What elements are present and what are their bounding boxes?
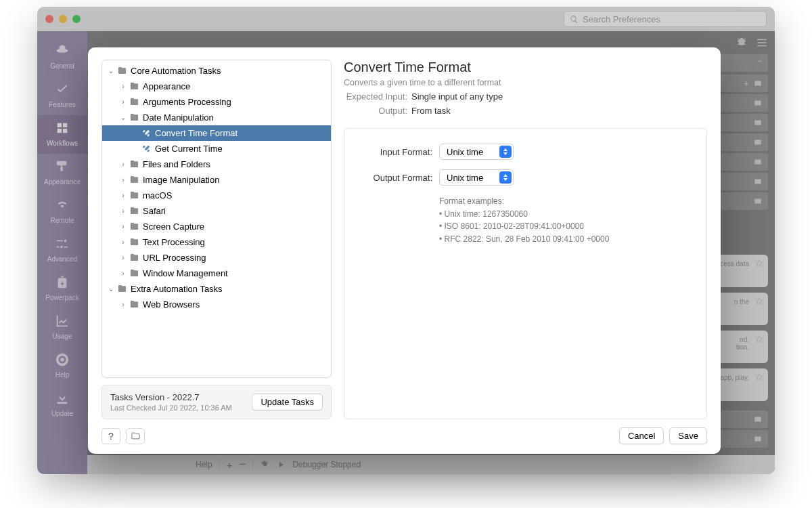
output-format-select[interactable]: Unix time <box>439 169 514 186</box>
tree-folder[interactable]: ›Screen Capture <box>102 219 331 234</box>
disclosure-icon[interactable]: › <box>118 176 128 184</box>
search-icon <box>570 15 579 24</box>
bug-icon[interactable] <box>736 37 748 49</box>
tree-label: Text Processing <box>143 237 205 247</box>
disclosure-icon[interactable]: › <box>118 161 128 168</box>
tree-folder[interactable]: ›Text Processing <box>102 234 331 250</box>
tree-folder[interactable]: ›Web Browsers <box>102 297 331 312</box>
svg-rect-1 <box>754 101 761 106</box>
tree-folder[interactable]: ⌄Core Automation Tasks <box>102 63 331 79</box>
menu-icon[interactable] <box>756 37 768 49</box>
sidebar-item-advanced[interactable]: Advanced <box>37 231 87 270</box>
disclosure-icon[interactable]: › <box>118 301 128 308</box>
sidebar-item-powerpack[interactable]: Powerpack <box>37 270 87 308</box>
cancel-button[interactable]: Cancel <box>619 427 664 444</box>
star-icon <box>754 373 764 383</box>
folder-icon <box>128 221 140 232</box>
tree-folder[interactable]: ›URL Processing <box>102 250 331 266</box>
tree-label: URL Processing <box>143 253 206 263</box>
sidebar-item-label: Usage <box>53 333 72 340</box>
sidebar-item-label: Workflows <box>47 140 78 147</box>
tree-folder[interactable]: ›Arguments Processing <box>102 94 331 110</box>
sidebar-item-help[interactable]: Help <box>37 347 87 385</box>
folder-icon <box>128 112 140 123</box>
sidebar-item-usage[interactable]: Usage <box>37 308 87 347</box>
tree-folder[interactable]: ⌄Date Manipulation <box>102 110 331 125</box>
battery-icon <box>37 275 87 291</box>
sidebar-item-label: Remote <box>50 217 74 224</box>
tree-label: Date Manipulation <box>143 112 214 123</box>
example-line: • ISO 8601: 2010-02-28T09:41:00+0000 <box>439 220 693 233</box>
detail-panel: Convert Time Format Converts a given tim… <box>344 60 707 419</box>
sidebar-item-features[interactable]: Features <box>37 77 87 115</box>
disclosure-icon[interactable]: › <box>118 192 128 199</box>
tree-folder[interactable]: ›Files and Folders <box>102 156 331 172</box>
folder-icon <box>128 81 140 91</box>
tree-folder[interactable]: ›macOS <box>102 188 331 203</box>
search-input[interactable]: Search Preferences <box>564 11 767 27</box>
check-icon <box>37 82 87 98</box>
titlebar: Search Preferences <box>37 7 775 31</box>
tree-folder[interactable]: ⌄Extra Automation Tasks <box>102 281 331 297</box>
save-button[interactable]: Save <box>669 427 707 444</box>
footer-help[interactable]: Help <box>196 460 212 469</box>
reveal-folder-button[interactable] <box>126 428 145 444</box>
disclosure-icon[interactable]: ⌄ <box>106 67 116 75</box>
tree-label: Web Browsers <box>143 299 200 310</box>
examples-title: Format examples: <box>439 195 693 208</box>
tree-folder[interactable]: ›Window Management <box>102 266 331 281</box>
sidebar-item-workflows[interactable]: Workflows <box>37 115 87 154</box>
tree-label: Window Management <box>143 268 228 278</box>
disclosure-icon[interactable]: › <box>118 207 128 215</box>
footer-plus[interactable]: + <box>227 459 233 471</box>
disclosure-icon[interactable]: ⌄ <box>106 285 116 293</box>
svg-rect-8 <box>754 437 761 442</box>
disclosure-icon[interactable]: › <box>118 270 128 277</box>
remote-icon <box>37 198 87 214</box>
tree-folder[interactable]: ›Appearance <box>102 79 331 94</box>
disclosure-icon[interactable]: ⌄ <box>118 114 128 121</box>
window-controls[interactable] <box>45 15 81 23</box>
folder-icon <box>128 159 140 169</box>
tree-label: Extra Automation Tasks <box>131 284 223 294</box>
sidebar-item-remote[interactable]: Remote <box>37 192 87 231</box>
sidebar-item-label: Advanced <box>47 255 77 263</box>
tree-task[interactable]: Convert Time Format <box>102 125 331 141</box>
tasks-modal: ⌄Core Automation Tasks›Appearance›Argume… <box>88 47 721 454</box>
sidebar-item-update[interactable]: Update <box>37 385 87 424</box>
sidebar-item-general[interactable]: General <box>37 38 87 77</box>
disclosure-icon[interactable]: › <box>118 254 128 261</box>
close-icon[interactable] <box>45 15 53 23</box>
folder-icon <box>128 175 140 185</box>
tree-task[interactable]: Get Current Time <box>102 141 331 156</box>
sidebar-item-label: Features <box>49 101 75 108</box>
task-tree[interactable]: ⌄Core Automation Tasks›Appearance›Argume… <box>102 60 332 378</box>
sliders-icon <box>37 236 87 253</box>
sidebar-item-label: Appearance <box>44 178 81 186</box>
tree-folder[interactable]: ›Safari <box>102 203 331 219</box>
disclosure-icon[interactable]: › <box>118 83 128 90</box>
update-tasks-button[interactable]: Update Tasks <box>252 394 323 410</box>
tree-label: macOS <box>143 190 172 200</box>
example-line: • Unix time: 1267350060 <box>439 208 693 221</box>
svg-rect-7 <box>754 417 761 422</box>
play-icon[interactable] <box>276 460 286 469</box>
bug-icon[interactable] <box>260 460 269 469</box>
tree-label: Arguments Processing <box>143 97 231 107</box>
zoom-icon[interactable] <box>72 15 81 23</box>
footer-minus[interactable]: − <box>239 458 246 471</box>
sidebar-item-appearance[interactable]: Appearance <box>37 154 87 192</box>
folder-icon <box>128 299 140 310</box>
tree-label: Safari <box>143 206 166 216</box>
detail-subtitle: Converts a given time to a different for… <box>344 78 707 87</box>
disclosure-icon[interactable]: › <box>118 223 128 230</box>
disclosure-icon[interactable]: › <box>118 238 128 246</box>
help-button[interactable]: ? <box>102 428 120 444</box>
tree-label: Appearance <box>143 81 190 91</box>
minimize-icon[interactable] <box>59 15 67 23</box>
input-format-select[interactable]: Unix time <box>439 144 514 160</box>
disclosure-icon[interactable]: › <box>118 98 128 106</box>
tool-icon <box>140 129 152 138</box>
sidebar-item-label: Help <box>55 371 70 379</box>
tree-folder[interactable]: ›Image Manipulation <box>102 172 331 188</box>
